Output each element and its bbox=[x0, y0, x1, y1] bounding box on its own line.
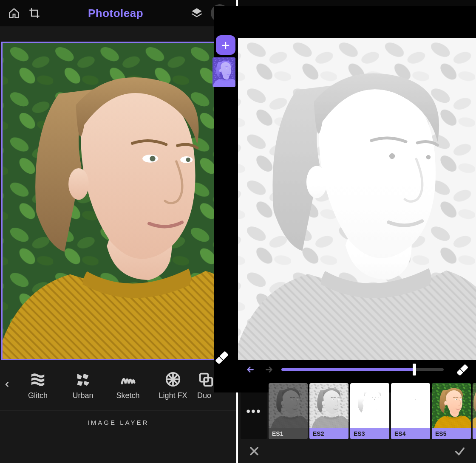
undo-icon[interactable] bbox=[246, 364, 256, 375]
urban-icon bbox=[74, 371, 91, 388]
preset-thumb bbox=[269, 383, 308, 428]
preset-label: ES2 bbox=[309, 428, 348, 439]
slider-fill bbox=[281, 368, 414, 371]
preset-es6[interactable]: ES6 bbox=[473, 383, 476, 439]
home-icon[interactable] bbox=[8, 7, 20, 20]
cancel-button[interactable] bbox=[246, 443, 263, 460]
confirm-row bbox=[238, 439, 476, 463]
tool-row: Glitch Urban Sketch Light FX bbox=[0, 360, 236, 410]
tool-lightfx[interactable]: Light FX bbox=[152, 371, 194, 400]
preset-label: ES4 bbox=[391, 428, 430, 439]
preset-thumb bbox=[432, 383, 471, 428]
tool-glitch[interactable]: Glitch bbox=[17, 371, 59, 400]
intensity-slider[interactable] bbox=[281, 368, 444, 371]
add-layer-button[interactable]: + bbox=[216, 35, 235, 55]
preset-es4[interactable]: ES4 bbox=[391, 383, 430, 439]
sketch-pane: Sketch ••• bbox=[238, 0, 476, 463]
preset-es1[interactable]: ES1 bbox=[269, 383, 308, 439]
tool-label: Urban bbox=[72, 391, 93, 400]
canvas[interactable]: + bbox=[1, 42, 235, 360]
tool-duo[interactable]: Duo bbox=[197, 371, 219, 400]
eraser-icon[interactable] bbox=[214, 350, 229, 365]
canvas[interactable] bbox=[238, 38, 476, 360]
header: Photoleap bbox=[0, 0, 236, 26]
compare-icon[interactable] bbox=[246, 5, 258, 18]
eraser-icon[interactable] bbox=[456, 364, 468, 376]
tool-sketch[interactable]: Sketch bbox=[107, 371, 149, 400]
preset-es3[interactable]: ES3 bbox=[350, 383, 389, 439]
canvas-wrap: + Glitch bbox=[0, 26, 236, 463]
duo-icon bbox=[197, 371, 214, 388]
preset-thumb bbox=[350, 383, 389, 428]
lightfx-icon bbox=[164, 371, 181, 388]
crop-icon[interactable] bbox=[28, 7, 41, 20]
share-button[interactable] bbox=[211, 4, 229, 22]
tool-label: Light FX bbox=[159, 391, 187, 400]
header: Sketch bbox=[238, 0, 476, 23]
adjust-row bbox=[238, 361, 476, 378]
preset-thumb bbox=[391, 383, 430, 428]
editor-pane: Photoleap + bbox=[0, 0, 238, 463]
layer-bar[interactable]: IMAGE LAYER bbox=[0, 410, 236, 434]
glitch-icon bbox=[29, 371, 46, 388]
screen-title: Sketch bbox=[246, 6, 468, 17]
tool-urban[interactable]: Urban bbox=[62, 371, 104, 400]
preset-strip: ••• ES1 ES2 bbox=[238, 381, 476, 439]
preset-more-button[interactable]: ••• bbox=[241, 383, 267, 439]
tool-label: Sketch bbox=[116, 391, 139, 400]
slider-handle[interactable] bbox=[413, 364, 416, 375]
photo-sketch[interactable] bbox=[238, 38, 476, 360]
canvas-wrap: ••• ES1 ES2 bbox=[238, 23, 476, 463]
tool-label: Duo bbox=[197, 391, 211, 400]
photo[interactable] bbox=[3, 43, 234, 359]
preset-thumb bbox=[309, 383, 348, 428]
chevron-left-icon[interactable] bbox=[3, 381, 14, 390]
preset-thumb bbox=[473, 383, 476, 428]
tool-label: Glitch bbox=[28, 391, 48, 400]
preset-label: ES3 bbox=[350, 428, 389, 439]
preset-label: ES5 bbox=[432, 428, 471, 439]
layer-thumbnail[interactable] bbox=[212, 57, 235, 87]
preset-label: ES6 bbox=[473, 428, 476, 439]
layers-icon[interactable] bbox=[190, 7, 203, 20]
redo-icon[interactable] bbox=[264, 364, 274, 375]
app-title: Photoleap bbox=[88, 7, 143, 20]
preset-es2[interactable]: ES2 bbox=[309, 383, 348, 439]
confirm-button[interactable] bbox=[451, 443, 468, 460]
preset-label: ES1 bbox=[269, 428, 308, 439]
preset-es5[interactable]: ES5 bbox=[432, 383, 471, 439]
sketch-icon bbox=[119, 371, 136, 388]
